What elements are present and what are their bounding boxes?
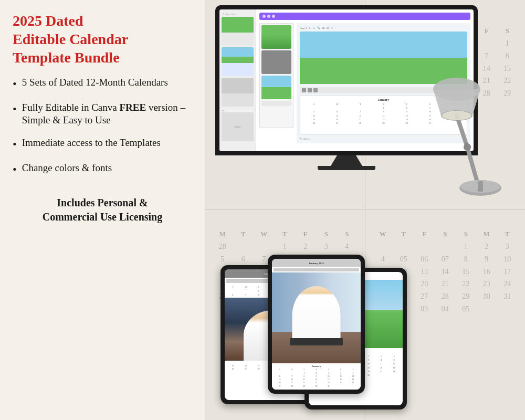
left-panel: 2025 Dated Editable Calendar Template Bu…	[0, 0, 205, 420]
title-block: 2025 Dated Editable Calendar Template Bu…	[13, 12, 192, 67]
february-days-header: MTWTFSS	[210, 27, 360, 35]
bullet-icon: •	[13, 77, 17, 92]
feature-item-colors: • Change colors & fonts	[13, 162, 192, 177]
feature-editable-text: Fully Editable in Canva FREE version – S…	[22, 101, 192, 127]
calendar-bottom-row: MTWTFSS 281234 567891011 12131415161718 …	[205, 210, 525, 420]
bullet-icon: •	[13, 162, 17, 177]
right-panel: February MTWTFSS 12 3456789 101112131415…	[205, 0, 525, 420]
february-grid: 12 3456789 10111213141516 17181920212223…	[210, 37, 360, 100]
feature-colors-text: Change colors & fonts	[22, 162, 112, 175]
bullet-icon: •	[13, 102, 17, 117]
feature-sets-text: 5 Sets of Dated 12-Month Calendars	[22, 76, 168, 89]
calendar-top-row: February MTWTFSS 12 3456789 101112131415…	[205, 0, 525, 210]
feature-item-access: • Immediate access to the Templates	[13, 136, 192, 152]
bottom-left-grid: 281234 567891011 12131415161718 19202122…	[210, 240, 360, 303]
march-title: March	[371, 4, 520, 24]
calendar-february: February MTWTFSS 12 3456789 101112131415…	[205, 0, 365, 209]
march-days-header: SMTWTFS	[371, 27, 520, 35]
bottom-right-header: WTFSSMT	[371, 230, 520, 238]
bottom-left-header: MTWTFSS	[210, 230, 360, 238]
feature-access-text: Immediate access to the Templates	[22, 136, 161, 150]
product-title: 2025 Dated Editable Calendar Template Bu…	[13, 12, 192, 67]
february-title: February	[210, 4, 360, 24]
bottom-right-grid: 123 40506078910 11121314151617 181920212…	[371, 240, 520, 316]
licensing-text: Includes Personal &Commercial Use Licens…	[43, 197, 163, 223]
feature-item-sets: • 5 Sets of Dated 12-Month Calendars	[13, 76, 192, 92]
calendar-march: March SMTWTFS 1 2345678 9101112131415 16…	[365, 0, 526, 209]
bullet-icon: •	[13, 137, 17, 152]
march-grid: 1 2345678 9101112131415 16171819202122 2…	[371, 37, 520, 112]
calendar-bottom-left: MTWTFSS 281234 567891011 12131415161718 …	[205, 210, 365, 420]
calendar-background: February MTWTFSS 12 3456789 101112131415…	[205, 0, 525, 420]
licensing-block: Includes Personal &Commercial Use Licens…	[13, 196, 192, 224]
feature-item-editable: • Fully Editable in Canva FREE version –…	[13, 101, 192, 127]
features-list: • 5 Sets of Dated 12-Month Calendars • F…	[13, 76, 192, 186]
calendar-bottom-right: WTFSSMT 123 40506078910 11121314151617 1…	[365, 210, 526, 420]
